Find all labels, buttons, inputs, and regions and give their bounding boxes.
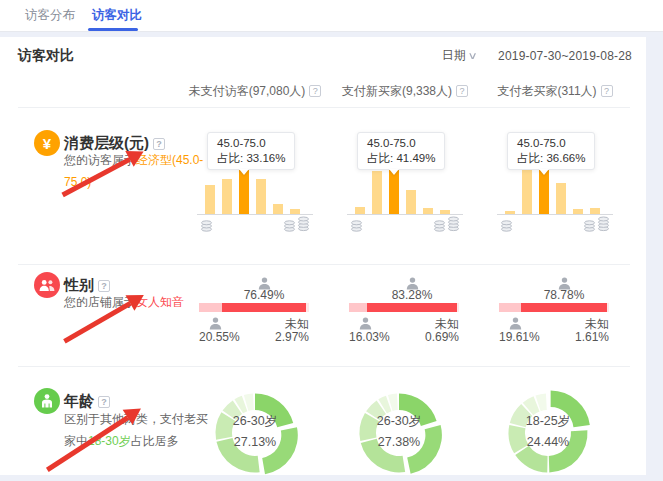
- person-icon: [359, 317, 372, 330]
- visitor-comparison-panel: 访客对比 日期 ∨ 2019-07-30~2019-08-28 未支付访客(97…: [0, 37, 646, 475]
- donut-segment: [515, 446, 547, 473]
- unknown-percentage: 2.97%: [275, 330, 309, 344]
- age-icon: [34, 388, 60, 414]
- donut-segment: [407, 425, 442, 474]
- high-spend-coin-icon: [447, 213, 460, 236]
- date-range-value[interactable]: 2019-07-30~2019-08-28: [498, 49, 632, 63]
- x-axis: [197, 214, 313, 215]
- consumption-bar-chart-new-buyers: 45.0-75.0占比: 41.49%: [347, 130, 467, 244]
- tooltip-caret-icon: [539, 169, 549, 175]
- donut-center-value: 27.38%: [351, 435, 447, 449]
- visitor-analytics-page: 访客分布 访客对比 访客对比 日期 ∨ 2019-07-30~2019-08-2…: [0, 0, 663, 481]
- gender-icon: [34, 272, 60, 298]
- female-segment: [222, 303, 306, 312]
- age-donut-unpaid: 26-30岁27.13%: [207, 385, 303, 475]
- consumption-level-icon: ¥: [34, 130, 60, 156]
- tooltip-caret-icon: [389, 169, 399, 175]
- help-icon[interactable]: ?: [601, 85, 613, 97]
- donut-center-label: 26-30岁: [351, 413, 447, 430]
- donut-center-value: 24.44%: [500, 435, 596, 449]
- help-icon[interactable]: ?: [309, 85, 321, 97]
- bar-tooltip: 45.0-75.0占比: 33.16%: [207, 132, 295, 170]
- bar: [222, 179, 232, 214]
- female-segment: [367, 303, 457, 312]
- unknown-percentage: 0.69%: [425, 330, 459, 344]
- bar: [256, 179, 266, 214]
- tooltip-range: 45.0-75.0: [217, 136, 285, 151]
- coin-stack-icon: [297, 213, 310, 232]
- coin-stack-icon: [583, 217, 596, 232]
- age-donut-new-buyers: 26-30岁27.38%: [351, 385, 447, 475]
- bar: [522, 170, 532, 214]
- gender-chart-returning-buyers: 78.78% 19.61%未知1.61%: [497, 276, 615, 346]
- people-icon: [39, 279, 55, 292]
- age-donut-svg: [351, 385, 447, 475]
- female-percentage: 76.49%: [229, 288, 299, 302]
- divider: [18, 264, 630, 265]
- tab-bar: 访客分布 访客对比: [0, 0, 663, 32]
- unknown-segment: [607, 303, 609, 312]
- person-icon: [41, 394, 53, 408]
- tooltip-ratio: 占比: 41.49%: [367, 151, 435, 166]
- coin-stack-icon: [350, 217, 363, 232]
- tooltip-ratio: 占比: 36.66%: [517, 151, 585, 166]
- bar: [372, 171, 382, 214]
- bar: [355, 207, 365, 214]
- male-percentage: 16.03%: [349, 330, 390, 344]
- high-spend-coin-icon: [597, 213, 610, 236]
- divider: [18, 366, 630, 367]
- active-tab-underline: [88, 28, 138, 31]
- coin-stack-icon: [447, 213, 460, 232]
- bar: [556, 183, 566, 214]
- yen-icon: ¥: [43, 135, 51, 152]
- age-donut-returning-buyers: 18-25岁24.44%: [500, 385, 596, 475]
- female-percentage: 78.78%: [529, 288, 599, 302]
- high-spend-coin-icon: [433, 217, 446, 236]
- help-icon[interactable]: ?: [456, 85, 468, 97]
- female-percentage: 83.28%: [377, 288, 447, 302]
- low-spend-coin-icon: [200, 217, 213, 236]
- panel-title: 访客对比: [18, 47, 74, 65]
- unknown-percentage: 1.61%: [575, 330, 609, 344]
- unknown-segment: [306, 303, 309, 312]
- bar-tooltip: 45.0-75.0占比: 36.66%: [507, 132, 595, 170]
- column-header-unpaid-visitors: 未支付访客(97,080人)?: [185, 83, 325, 100]
- high-spend-coin-icon: [297, 213, 310, 236]
- tab-visitor-distribution[interactable]: 访客分布: [25, 0, 75, 31]
- divider: [18, 107, 630, 108]
- bar: [406, 190, 416, 214]
- date-filter-dropdown[interactable]: 日期 ∨: [442, 47, 476, 64]
- column-header-returning-buyers: 支付老买家(311人)?: [485, 83, 625, 100]
- person-icon: [509, 317, 522, 330]
- date-filter-label: 日期: [442, 47, 466, 64]
- person-icon: [209, 317, 222, 330]
- age-donut-svg: [207, 385, 303, 475]
- bar: [273, 204, 283, 214]
- male-percentage: 19.61%: [499, 330, 540, 344]
- low-spend-coin-icon: [500, 217, 513, 236]
- tab-visitor-comparison[interactable]: 访客对比: [92, 0, 142, 31]
- date-controls: 日期 ∨ 2019-07-30~2019-08-28: [442, 47, 632, 64]
- male-segment: [349, 303, 367, 312]
- tooltip-range: 45.0-75.0: [367, 136, 435, 151]
- male-percentage: 20.55%: [199, 330, 240, 344]
- tooltip-ratio: 占比: 33.16%: [217, 151, 285, 166]
- chevron-down-icon: ∨: [467, 50, 477, 61]
- x-axis: [497, 214, 613, 215]
- high-spend-coin-icon: [583, 217, 596, 236]
- unknown-segment: [457, 303, 459, 312]
- coin-stack-icon: [597, 213, 610, 232]
- bar: [205, 185, 215, 214]
- coin-stack-icon: [433, 217, 446, 232]
- gender-chart-new-buyers: 83.28% 16.03%未知0.69%: [347, 276, 465, 346]
- high-spend-coin-icon: [283, 217, 296, 236]
- age-donut-svg: [500, 385, 596, 475]
- tooltip-range: 45.0-75.0: [517, 136, 585, 151]
- help-icon[interactable]: ?: [98, 396, 110, 408]
- donut-center-label: 26-30岁: [207, 413, 303, 430]
- female-segment: [521, 303, 607, 312]
- coin-stack-icon: [500, 217, 513, 232]
- x-axis: [347, 214, 463, 215]
- consumption-bar-chart-returning-buyers: 45.0-75.0占比: 36.66%: [497, 130, 617, 244]
- donut-center-value: 27.13%: [207, 435, 303, 449]
